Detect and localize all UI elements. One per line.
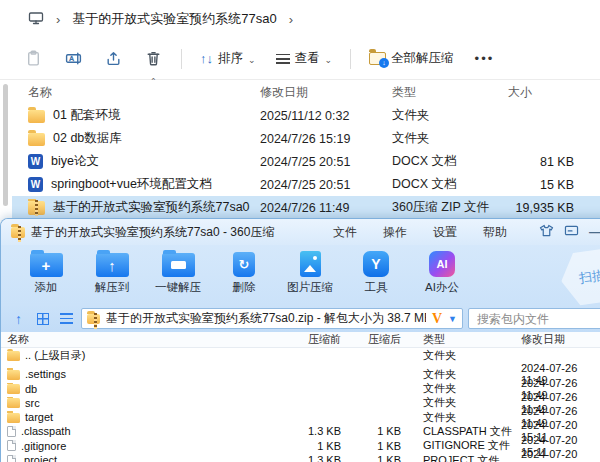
folder-icon bbox=[7, 351, 20, 361]
delete-trash-icon bbox=[227, 251, 261, 277]
zip-column-headers: 名称 压缩前 压缩后 类型 修改日期 bbox=[1, 332, 600, 348]
entry-size-before: 1 KB bbox=[275, 440, 347, 452]
extract-all-button[interactable]: ↓ 全部解压缩 bbox=[360, 43, 463, 75]
menu-item[interactable]: 操作 bbox=[383, 224, 407, 241]
file-size: 19,935 KB bbox=[502, 201, 588, 215]
zip-toolbar-button[interactable]: 删除 bbox=[215, 251, 273, 295]
file-date: 2025/11/12 0:32 bbox=[260, 109, 392, 123]
breadcrumb-current-folder[interactable]: 基于的开放式实验室预约系统77sa0 bbox=[72, 10, 276, 28]
zip-toolbar-button[interactable]: AI办公 bbox=[413, 251, 471, 295]
view-button[interactable]: 查看 ⌄ bbox=[267, 43, 342, 75]
entry-date: 2024-07-20 15:11 bbox=[515, 448, 600, 462]
zip-column-type[interactable]: 类型 bbox=[407, 332, 515, 347]
archive-entry-row[interactable]: .settings 文件夹 2024-07-26 11:49 bbox=[1, 362, 600, 376]
entry-type: 文件夹 bbox=[407, 348, 515, 363]
zip-file-list-area: 名称 压缩前 压缩后 类型 修改日期 .. (上级目录) 文件夹 bbox=[1, 332, 600, 462]
image-compress-icon bbox=[293, 251, 327, 277]
v-filetype-icon: V bbox=[432, 311, 442, 327]
folder-icon bbox=[7, 413, 20, 423]
list-view-button[interactable] bbox=[57, 309, 76, 328]
up-level-button[interactable]: ↑ bbox=[9, 309, 28, 328]
entry-size-after: 1 KB bbox=[347, 425, 407, 437]
zip-toolbar-label: 删除 bbox=[233, 280, 256, 295]
view-label: 查看 bbox=[295, 50, 320, 67]
chevron-down-icon: ⌄ bbox=[325, 55, 333, 65]
archive-entry-row[interactable]: .. (上级目录) 文件夹 bbox=[1, 348, 600, 362]
delete-button[interactable] bbox=[134, 43, 172, 75]
column-header-name[interactable]: 名称 bbox=[28, 84, 260, 101]
this-pc-icon[interactable] bbox=[28, 10, 44, 29]
column-header-type[interactable]: 类型 bbox=[392, 84, 502, 101]
chevron-right-icon: › bbox=[56, 12, 60, 27]
minimize-icon[interactable]: — bbox=[589, 225, 600, 239]
file-row[interactable]: 01 配套环境 2025/11/12 0:32 文件夹 bbox=[12, 104, 600, 127]
file-row[interactable]: 基于的开放式实验室预约系统77sa0 2024/7/26 11:49 360压缩… bbox=[12, 196, 600, 219]
zip-toolbar-label: 解压到 bbox=[95, 280, 130, 295]
more-options-button[interactable]: ••• bbox=[465, 51, 505, 66]
thumbnail-view-button[interactable] bbox=[33, 309, 52, 328]
archive-search-input[interactable] bbox=[475, 311, 598, 327]
tools-cube-icon bbox=[359, 251, 393, 277]
zip-column-name[interactable]: 名称 bbox=[7, 332, 275, 347]
archive-path-bar[interactable]: 基于的开放式实验室预约系统77sa0.zip - 解包大小为 38.7 MB V… bbox=[81, 308, 463, 329]
ai-office-icon bbox=[425, 251, 459, 277]
sort-button[interactable]: ↑↓ 排序 ⌄ bbox=[191, 43, 265, 75]
zip-window-title: 基于的开放式实验室预约系统77sa0 - 360压缩 bbox=[31, 224, 274, 241]
zip-app-window: 基于的开放式实验室预约系统77sa0 - 360压缩 文件操作设置帮助 — + bbox=[0, 218, 600, 462]
menu-item[interactable]: 文件 bbox=[333, 224, 357, 241]
breadcrumb: › 基于的开放式实验室预约系统77sa0 › bbox=[0, 0, 600, 38]
zip-column-after[interactable]: 压缩后 bbox=[347, 332, 407, 347]
scan-promo-badge[interactable]: 扫描 bbox=[557, 245, 600, 309]
column-header-date[interactable]: 修改日期 bbox=[260, 84, 392, 101]
paste-button[interactable] bbox=[14, 43, 52, 75]
file-size: 81 KB bbox=[502, 155, 588, 169]
chevron-down-icon: ⌄ bbox=[248, 55, 256, 65]
zip-toolbar-button[interactable]: + 添加 bbox=[17, 251, 75, 295]
entry-size-after: 1 KB bbox=[347, 440, 407, 452]
entry-type: 文件夹 bbox=[407, 410, 515, 425]
folder-icon bbox=[7, 370, 20, 380]
entry-name: .settings bbox=[25, 368, 66, 380]
zip-toolbar-label: 添加 bbox=[35, 280, 58, 295]
file-row[interactable]: 02 db数据库 2024/7/26 15:19 文件夹 bbox=[12, 127, 600, 150]
file-row[interactable]: biye论文 2024/7/25 20:51 DOCX 文档 81 KB bbox=[12, 150, 600, 173]
entry-type: 文件夹 bbox=[407, 395, 515, 410]
feedback-icon[interactable] bbox=[564, 224, 579, 240]
zip-column-before[interactable]: 压缩前 bbox=[275, 332, 347, 347]
archive-search-box[interactable] bbox=[468, 308, 600, 329]
zip-file-list: .. (上级目录) 文件夹 .settings 文件夹 2024 bbox=[1, 348, 600, 462]
menu-item[interactable]: 帮助 bbox=[483, 224, 507, 241]
file-name: biye论文 bbox=[51, 153, 99, 170]
file-row[interactable]: springboot+vue环境配置文档 2024/7/25 20:51 DOC… bbox=[12, 173, 600, 196]
zip-toolbar-buttons: + 添加 ↑ 解压到 一键解压 删除 bbox=[17, 251, 471, 295]
entry-type: CLASSPATH 文件 bbox=[407, 424, 515, 439]
zip-toolbar-button[interactable]: 图片压缩 bbox=[281, 251, 339, 295]
file-date: 2024/7/26 15:19 bbox=[260, 132, 392, 146]
file-icon bbox=[7, 426, 16, 437]
zip-column-date[interactable]: 修改日期 bbox=[515, 332, 600, 347]
column-header-size[interactable]: 大小 bbox=[502, 84, 588, 101]
skin-theme-icon[interactable] bbox=[539, 224, 554, 240]
scrollbar-thumb[interactable] bbox=[3, 84, 8, 206]
extract-folder-icon: ↓ bbox=[369, 52, 386, 65]
zip-toolbar-label: 工具 bbox=[365, 280, 388, 295]
folder-icon bbox=[7, 384, 20, 394]
explorer-column-headers: ⌃ 名称 修改日期 类型 大小 bbox=[12, 80, 600, 104]
zip-titlebar[interactable]: 基于的开放式实验室预约系统77sa0 - 360压缩 文件操作设置帮助 — bbox=[1, 219, 600, 245]
share-button[interactable] bbox=[94, 43, 132, 75]
entry-name: .project bbox=[21, 454, 57, 462]
menu-item[interactable]: 设置 bbox=[433, 224, 457, 241]
folder-icon bbox=[7, 398, 20, 408]
entry-name: db bbox=[25, 383, 37, 395]
rename-button[interactable]: A bbox=[54, 43, 92, 75]
zip-address-row: ↑ 基于的开放式实验室预约系统77sa0.zip - 解包大小为 38.7 MB… bbox=[1, 305, 600, 332]
chevron-right-icon[interactable]: › bbox=[289, 12, 293, 27]
entry-size-before: 1.3 KB bbox=[275, 454, 347, 462]
file-icon bbox=[7, 440, 16, 451]
zip-toolbar-button[interactable]: ↑ 解压到 bbox=[83, 251, 141, 295]
zip-toolbar-button[interactable]: 一键解压 bbox=[149, 251, 207, 295]
file-date: 2024/7/25 20:51 bbox=[260, 155, 392, 169]
word-icon bbox=[28, 154, 43, 169]
zip-toolbar-button[interactable]: 工具 bbox=[347, 251, 405, 295]
dropdown-arrow-icon[interactable]: ▼ bbox=[448, 314, 457, 324]
